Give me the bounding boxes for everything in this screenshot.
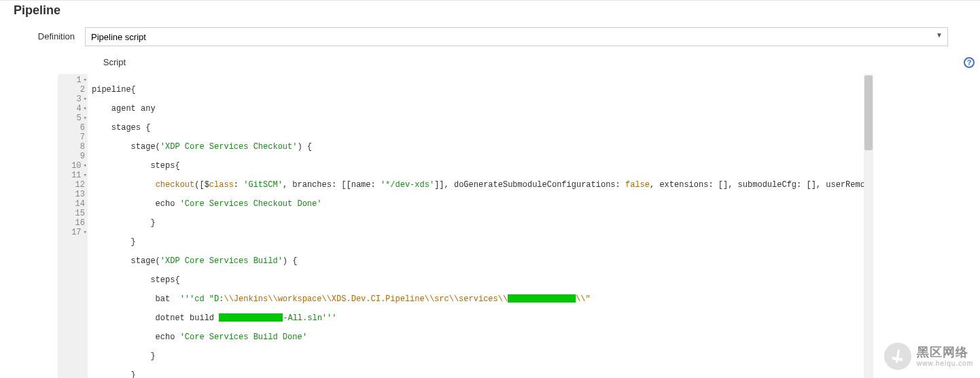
definition-row: Definition Pipeline script [7, 27, 973, 46]
line-number: 7 [58, 133, 85, 142]
line-number: 13 [58, 190, 85, 199]
line-number: 8 [58, 142, 85, 152]
pipeline-script-editor[interactable]: 1 2 3 4 5 6 7 8 9 10 11 12 13 14 15 16 1 [58, 74, 864, 378]
script-row: Script ? [7, 53, 973, 67]
line-number: 11 [58, 171, 85, 180]
line-number: 9 [58, 152, 85, 161]
watermark-text-line1: 黑区网络 [917, 345, 973, 360]
line-number: 16 [58, 218, 85, 228]
line-number: 3 [58, 94, 85, 104]
watermark-text-line2: www.heiqu.com [917, 360, 973, 368]
scrollbar-thumb[interactable] [864, 75, 873, 150]
editor-code-area[interactable]: pipeline{ agent any stages { stage('XDP … [88, 74, 864, 378]
script-label: Script [7, 53, 136, 67]
line-number: 10 [58, 161, 85, 171]
line-number: 12 [58, 180, 85, 190]
editor-vertical-scrollbar[interactable] [864, 74, 873, 378]
line-number: 1 [58, 75, 85, 85]
editor-gutter: 1 2 3 4 5 6 7 8 9 10 11 12 13 14 15 16 1 [58, 74, 88, 378]
redacted-block [219, 313, 283, 322]
line-number: 14 [58, 199, 85, 209]
line-number: 4 [58, 104, 85, 114]
watermark: 黑区网络 www.heiqu.com [884, 343, 973, 370]
section-title-pipeline: Pipeline [14, 3, 973, 18]
line-number: 15 [58, 209, 85, 218]
line-number: 2 [58, 85, 85, 94]
redacted-block [508, 294, 576, 303]
line-number: 6 [58, 123, 85, 133]
line-number: 17 [58, 228, 85, 237]
help-icon[interactable]: ? [964, 57, 975, 68]
line-number: 5 [58, 114, 85, 123]
definition-select[interactable]: Pipeline script [85, 27, 948, 46]
watermark-icon [884, 343, 911, 370]
definition-label: Definition [7, 27, 85, 41]
